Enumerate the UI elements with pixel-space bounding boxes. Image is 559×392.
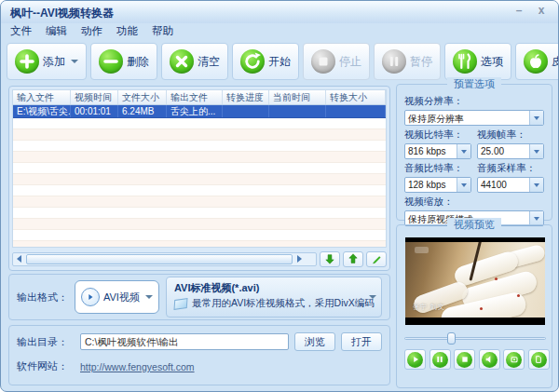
- file-table-header: 输入文件 视频时间 文件大小 输出文件 转换进度 当前时间 转换大小: [13, 90, 386, 105]
- snapshot-icon: [506, 352, 522, 368]
- resolution-select[interactable]: 保持原分辨率: [404, 110, 544, 126]
- options-button[interactable]: 选项: [444, 43, 511, 80]
- preset-options-panel: 预置选项 视频分辨率： 保持原分辨率 视频比特率： 816 kbps 视频帧率：…: [396, 84, 552, 221]
- pause-button: 暂停: [374, 43, 441, 80]
- resolution-label: 视频分辨率：: [404, 95, 544, 108]
- open-file-button[interactable]: [528, 349, 550, 370]
- samplerate-dropdown-icon[interactable]: [529, 178, 543, 192]
- menu-edit[interactable]: 编辑: [46, 24, 67, 39]
- audio-bitrate-dropdown-icon[interactable]: [457, 178, 470, 192]
- table-row-empty: [13, 129, 386, 141]
- play-button[interactable]: [404, 349, 426, 370]
- options-label: 选项: [481, 54, 503, 70]
- skin-apple-icon: [524, 49, 548, 74]
- menu-function[interactable]: 功能: [116, 24, 138, 39]
- menu-help[interactable]: 帮助: [152, 24, 173, 39]
- titlebar[interactable]: 枫叶--AVI视频转换器 – x: [1, 1, 558, 23]
- framerate-label: 视频帧率：: [477, 128, 544, 142]
- format-info-box[interactable]: AVI标准视频(*.avi) 最常用的AVI标准视频格式，采用DivX编码: [166, 277, 382, 318]
- video-bitrate-select[interactable]: 816 kbps: [404, 143, 471, 159]
- output-dir-label: 输出目录：: [17, 335, 75, 349]
- format-description: 最常用的AVI标准视频格式，采用DivX编码: [192, 297, 375, 310]
- remove-button[interactable]: 删除: [90, 43, 157, 80]
- video-frame[interactable]: 张宁 刘文: [405, 237, 545, 325]
- add-icon: [15, 49, 39, 74]
- format-play-icon: [81, 288, 100, 306]
- table-row-empty: [13, 208, 386, 219]
- video-caption: 张宁 刘文: [413, 303, 445, 312]
- stop-playback-icon: [457, 352, 472, 368]
- col-output-file[interactable]: 输出文件: [167, 90, 223, 104]
- col-file-size[interactable]: 文件大小: [118, 90, 167, 104]
- format-button-label: AVI视频: [103, 291, 140, 304]
- seek-slider-thumb[interactable]: [447, 332, 456, 345]
- website-link[interactable]: http://www.fengyesoft.com: [80, 361, 195, 372]
- skin-button[interactable]: 皮肤: [515, 43, 559, 80]
- video-bitrate-dropdown-icon[interactable]: [457, 144, 470, 158]
- cell-output-file: 舌尖上的...: [167, 105, 223, 117]
- framerate-dropdown-icon[interactable]: [529, 144, 543, 158]
- stop-playback-button[interactable]: [454, 349, 475, 370]
- pause-playback-button[interactable]: [429, 349, 451, 370]
- video-preview-panel: 视频预览 张宁 刘文: [396, 224, 552, 388]
- audio-bitrate-value: 128 kbps: [405, 178, 457, 192]
- resolution-value: 保持原分辨率: [405, 111, 529, 125]
- options-icon: [453, 49, 477, 74]
- pause-label: 暂停: [410, 54, 432, 70]
- volume-button[interactable]: [479, 349, 500, 370]
- preset-panel-title: 预置选项: [447, 77, 501, 91]
- menu-action[interactable]: 动作: [81, 24, 102, 39]
- col-progress[interactable]: 转换进度: [223, 90, 269, 104]
- start-button[interactable]: 开始: [232, 43, 299, 80]
- samplerate-value: 44100: [478, 178, 529, 192]
- table-row-selected[interactable]: E:\视频\舌尖... 00:01:01 6.24MB 舌尖上的...: [13, 105, 386, 118]
- video-scale-dropdown-icon[interactable]: [529, 211, 543, 225]
- pause-playback-icon: [432, 352, 448, 368]
- clear-button[interactable]: 清空: [161, 43, 228, 80]
- volume-icon: [482, 352, 498, 368]
- seek-slider-track[interactable]: [404, 337, 546, 340]
- cell-current-time: [269, 105, 326, 117]
- scroll-left-icon[interactable]: [13, 253, 25, 265]
- edit-button[interactable]: [366, 251, 387, 267]
- skin-label: 皮肤: [552, 54, 559, 70]
- minimize-button[interactable]: –: [511, 4, 526, 19]
- table-row-empty: [13, 174, 386, 185]
- horizontal-scrollbar[interactable]: [12, 252, 317, 266]
- move-up-button[interactable]: [343, 251, 363, 267]
- snapshot-button[interactable]: [503, 349, 525, 370]
- cell-converted-size: [326, 105, 386, 117]
- table-row-empty: [13, 163, 386, 174]
- audio-bitrate-select[interactable]: 128 kbps: [404, 177, 471, 193]
- output-dir-input[interactable]: C:\枫叶视频软件\输出: [80, 333, 289, 350]
- cell-progress: [223, 105, 269, 117]
- table-row-empty: [13, 230, 386, 241]
- browse-button[interactable]: 浏览: [294, 332, 335, 351]
- toolbar: 添加 删除 清空 开始 停止: [7, 41, 552, 82]
- scrollbar-thumb[interactable]: [26, 254, 293, 264]
- col-input-file[interactable]: 输入文件: [13, 90, 71, 104]
- format-info-caret-icon[interactable]: [369, 295, 376, 299]
- pause-icon: [382, 49, 406, 74]
- open-file-icon: [531, 352, 547, 368]
- framerate-select[interactable]: 25.00: [477, 143, 544, 159]
- format-select-button[interactable]: AVI视频: [75, 280, 159, 314]
- resolution-dropdown-icon[interactable]: [529, 111, 543, 125]
- dropdown-arrow-icon: [71, 60, 78, 63]
- open-folder-button[interactable]: 打开: [341, 332, 382, 351]
- cell-input-file: E:\视频\舌尖...: [13, 105, 71, 117]
- samplerate-select[interactable]: 44100: [477, 177, 544, 193]
- col-current-time[interactable]: 当前时间: [269, 90, 326, 104]
- output-directory-panel: 输出目录： C:\枫叶视频软件\输出 浏览 打开 软件网站： http://ww…: [8, 325, 390, 385]
- menubar: 文件 编辑 动作 功能 帮助: [10, 24, 173, 39]
- preview-panel-title: 视频预览: [447, 218, 501, 232]
- add-button[interactable]: 添加: [7, 43, 87, 80]
- col-video-time[interactable]: 视频时间: [71, 90, 118, 104]
- player-controls: [404, 349, 550, 370]
- menu-file[interactable]: 文件: [10, 24, 32, 39]
- move-down-button[interactable]: [320, 251, 340, 267]
- close-button[interactable]: x: [534, 4, 549, 19]
- scroll-right-icon[interactable]: [293, 253, 306, 265]
- col-converted-size[interactable]: 转换大小: [326, 90, 386, 104]
- seek-slider[interactable]: [404, 332, 546, 345]
